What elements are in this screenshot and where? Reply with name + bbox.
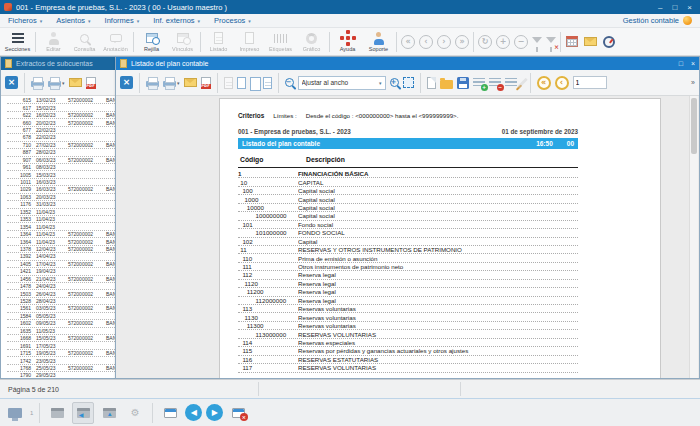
ayuda-button[interactable]: Ayuda <box>332 28 363 55</box>
cascade-icon <box>51 408 64 418</box>
export-pdf-button[interactable] <box>86 76 96 90</box>
save-button[interactable] <box>457 76 469 90</box>
menu-informes[interactable]: Informes <box>105 16 140 25</box>
module-selector[interactable]: Gestión contable <box>623 16 692 25</box>
cascade-windows-button[interactable] <box>46 402 68 424</box>
vinculos-button[interactable]: Vínculos <box>167 28 198 55</box>
tile-left-button[interactable]: ◀ <box>72 402 94 424</box>
nav-last-button[interactable]: » <box>455 35 469 49</box>
list-edit-button[interactable] <box>505 76 517 90</box>
add-button[interactable]: + <box>496 35 510 49</box>
soporte-button[interactable]: Soporte <box>363 28 394 55</box>
export-pdf-button[interactable] <box>201 76 211 90</box>
plan-row: 111 Otros instrumentos de patrimonio net… <box>238 263 578 271</box>
menu-ficheros[interactable]: Ficheros <box>8 16 42 25</box>
anotacion-button[interactable]: Anotación <box>100 28 131 55</box>
account-description: Otros instrumentos de patrimonio neto <box>298 263 578 270</box>
print-preview-area[interactable]: CriteriosLímites :Desde el código : <000… <box>116 96 699 378</box>
window-settings-button[interactable]: ⚙ <box>124 402 146 424</box>
menu-asientos[interactable]: Asientos <box>56 16 90 25</box>
account-code: 10000 <box>238 204 298 211</box>
two-pages-button[interactable] <box>250 76 259 90</box>
print-export-button[interactable]: ▾ <box>163 76 180 90</box>
menu-inf-externos[interactable]: Inf. externos <box>153 16 200 25</box>
impreso-button[interactable]: Impreso <box>234 28 265 55</box>
print-button[interactable] <box>146 76 159 90</box>
app-logo-icon <box>4 3 12 11</box>
mail-button[interactable] <box>584 35 597 49</box>
report-title: Listado del plan contable <box>242 140 320 147</box>
account-code: 1 <box>238 170 298 177</box>
fit-window-button[interactable] <box>403 76 414 90</box>
tile-top-button[interactable]: ▲ <box>98 402 120 424</box>
close-button[interactable]: × <box>687 3 692 12</box>
entry-account: 572000002 <box>68 335 106 341</box>
toolbar-overflow-button[interactable]: » <box>691 79 695 86</box>
toolbar-separator <box>396 32 397 52</box>
list-remove-button[interactable] <box>489 76 501 90</box>
plan-row: 100 Capital social <box>238 187 578 195</box>
open-button[interactable] <box>440 76 453 90</box>
preview-search-button[interactable] <box>224 76 233 90</box>
restore-window-button[interactable] <box>159 402 181 424</box>
consulta-button[interactable]: Consulta <box>69 28 100 55</box>
filter-button[interactable] <box>530 35 544 49</box>
account-code: 112000000 <box>238 297 298 304</box>
maximize-button[interactable]: □ <box>672 3 677 12</box>
next-window-button[interactable]: ▶ <box>206 404 223 421</box>
list-edit-icon <box>505 78 517 88</box>
print-export-button[interactable]: ▾ <box>48 76 65 90</box>
document-icon <box>5 59 12 68</box>
list-add-button[interactable] <box>473 76 485 90</box>
child-titlebar[interactable]: Listado del plan contable □ × <box>116 57 699 70</box>
multi-page-button[interactable] <box>263 76 272 90</box>
calendar-button[interactable] <box>566 35 578 49</box>
close-window-button[interactable]: × <box>227 402 249 424</box>
entry-number: 1691 <box>7 343 31 349</box>
window-listado-plan-contable[interactable]: Listado del plan contable □ × × ▾ <box>115 56 700 379</box>
print-button[interactable] <box>31 76 44 90</box>
account-code: 1000 <box>238 196 298 203</box>
annotate-button[interactable] <box>521 76 524 90</box>
menu-procesos[interactable]: Procesos <box>214 16 251 25</box>
previous-window-button[interactable]: ◀ <box>185 404 202 421</box>
close-preview-button[interactable]: × <box>5 76 18 89</box>
entry-account: 572000002 <box>68 350 106 356</box>
nav-next-button[interactable]: › <box>437 35 451 49</box>
nav-first-button[interactable]: « <box>401 35 415 49</box>
etiquetas-button[interactable]: Etiquetas <box>265 28 296 55</box>
send-mail-button[interactable] <box>69 76 82 90</box>
entry-date: 28/04/23 <box>36 298 68 304</box>
first-page-button[interactable]: « <box>537 76 551 90</box>
prev-page-button[interactable]: ‹ <box>555 76 569 90</box>
nav-prev-button[interactable]: ‹ <box>419 35 433 49</box>
send-mail-button[interactable] <box>184 76 197 90</box>
page-number-input[interactable] <box>573 76 607 89</box>
zoom-mode-select[interactable]: Ajustar al ancho <box>298 76 386 90</box>
zoom-out-button[interactable]: − <box>285 76 294 90</box>
multi-page-icon <box>263 77 272 89</box>
rejilla-button[interactable]: Rejilla <box>136 28 167 55</box>
new-document-button[interactable] <box>427 76 436 90</box>
minimize-button[interactable]: – <box>658 3 662 12</box>
scrollbar-thumb[interactable] <box>691 98 697 154</box>
entry-date: 13/02/23 <box>36 97 68 103</box>
child-maximize-button[interactable]: □ <box>679 60 683 67</box>
dashboard-button[interactable] <box>603 35 615 49</box>
pencil-icon <box>517 77 528 88</box>
module-label: Gestión contable <box>623 16 679 25</box>
secciones-button[interactable]: Secciones <box>2 28 33 55</box>
entry-account: 572000002 <box>68 291 106 297</box>
single-page-button[interactable] <box>237 76 246 90</box>
zoom-in-button[interactable]: + <box>390 76 399 90</box>
grafico-button[interactable]: Gráfico <box>296 28 327 55</box>
child-close-button[interactable]: × <box>691 60 695 67</box>
desktop-button[interactable] <box>4 402 26 424</box>
refresh-button[interactable]: ↻ <box>478 35 492 49</box>
filter-clear-button[interactable]: × <box>544 35 558 49</box>
editar-button[interactable]: Editar <box>38 28 69 55</box>
vertical-scrollbar[interactable] <box>689 96 698 378</box>
listado-button[interactable]: Listado <box>203 28 234 55</box>
remove-button[interactable]: − <box>514 35 528 49</box>
close-preview-button[interactable]: × <box>120 76 133 89</box>
